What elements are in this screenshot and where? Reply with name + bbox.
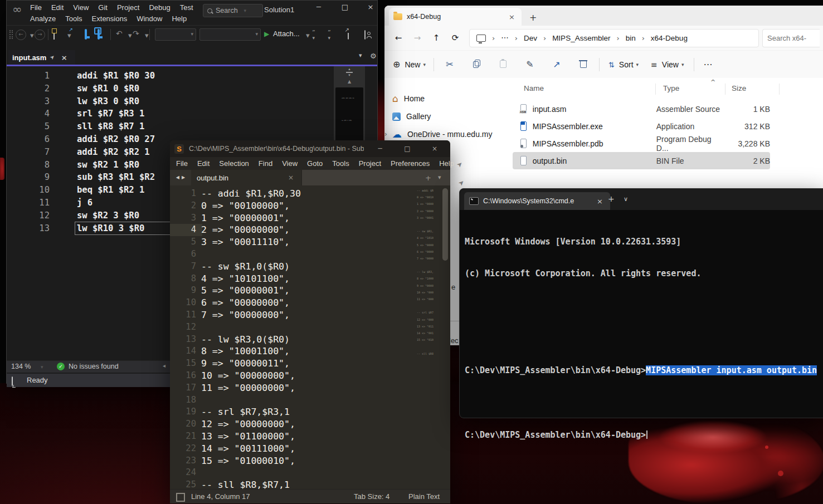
file-row[interactable]: MIPSAssembler.exe Application 312 KB bbox=[513, 118, 770, 135]
chevron-down-icon[interactable]: ▾ bbox=[67, 32, 71, 39]
file-name[interactable]: MIPSAssembler.exe bbox=[533, 122, 656, 131]
maximize-button[interactable]: □ bbox=[337, 3, 353, 11]
share-button[interactable] bbox=[348, 31, 349, 39]
maximize-button[interactable]: □ bbox=[396, 145, 418, 152]
paste-button[interactable] bbox=[490, 60, 517, 70]
menu-item[interactable]: View bbox=[73, 3, 89, 12]
file-name[interactable]: input.asm bbox=[533, 105, 656, 114]
sublime-minimap[interactable]: -- addi $R1,$R0,300 => "00100000",1 => "… bbox=[417, 187, 434, 360]
menu-item[interactable]: Preferences bbox=[391, 159, 430, 168]
column-header-type[interactable]: Type bbox=[663, 84, 679, 92]
breadcrumb-label[interactable]: bin bbox=[626, 34, 636, 42]
chevron-down-icon[interactable]: ▾ bbox=[128, 32, 132, 39]
vs-search-box[interactable]: Search ▾ bbox=[203, 4, 263, 17]
menu-item[interactable]: Edit bbox=[197, 159, 210, 168]
menu-item[interactable]: Project bbox=[359, 159, 381, 168]
refresh-button[interactable]: ⟳ bbox=[446, 34, 465, 42]
menu-item[interactable]: Goto bbox=[307, 159, 323, 168]
chevron-right-icon[interactable]: › bbox=[384, 131, 387, 138]
breadcrumb-label[interactable]: Dev bbox=[524, 34, 537, 42]
minimize-button[interactable]: ─ bbox=[369, 145, 391, 152]
breadcrumb[interactable]: › ⋯ › Dev › MIPS_Assembler › bin › bbox=[469, 29, 759, 47]
nav-control[interactable]: ”▾ bbox=[328, 30, 331, 41]
start-debug-icon[interactable]: ▶ bbox=[264, 31, 269, 37]
new-tab-icon[interactable]: + bbox=[425, 174, 431, 182]
menu-item[interactable]: Edit bbox=[51, 3, 64, 12]
menu-item[interactable]: Test bbox=[180, 3, 193, 12]
menu-item[interactable]: Help bbox=[439, 159, 454, 168]
menu-item[interactable]: Git bbox=[98, 3, 108, 12]
new-tab-button[interactable]: + bbox=[608, 195, 615, 203]
navigate-back-button[interactable]: ← bbox=[16, 30, 26, 40]
close-tab-icon[interactable]: × bbox=[507, 13, 517, 21]
tab-output-bin[interactable]: output.bin × bbox=[191, 170, 302, 185]
copy-button[interactable] bbox=[463, 60, 490, 70]
sort-button[interactable]: ⇅ Sort ▾ bbox=[608, 60, 639, 69]
more-options-button[interactable]: ⋯ bbox=[697, 60, 719, 69]
syntax-mode[interactable]: Plain Text bbox=[408, 492, 440, 501]
chevron-down-icon[interactable]: ▾ bbox=[41, 365, 43, 370]
menu-item[interactable]: View bbox=[282, 159, 298, 168]
sidebar-item-gallery[interactable]: Gallery bbox=[392, 108, 493, 125]
platform-dropdown[interactable]: ▾ bbox=[199, 28, 261, 41]
chevron-down-icon[interactable]: ▾ bbox=[306, 32, 310, 39]
configuration-dropdown[interactable]: ▾ bbox=[155, 28, 196, 41]
close-tab-icon[interactable]: × bbox=[595, 198, 605, 205]
splitter-handle-icon[interactable]: ▴▾ bbox=[334, 67, 365, 77]
share-button[interactable]: ↗ bbox=[543, 60, 570, 69]
sublime-editor[interactable]: 1 -- addi $R1,$R0,30 2 0 => "00100000", … bbox=[170, 185, 450, 489]
menu-item[interactable]: Extensions bbox=[92, 14, 128, 23]
new-button[interactable]: ⊕ New ▾ bbox=[393, 60, 426, 69]
undo-button[interactable]: ↶ bbox=[116, 30, 123, 37]
issues-status[interactable]: No issues found bbox=[69, 363, 119, 370]
menu-item[interactable]: Selection bbox=[219, 159, 249, 168]
minimize-button[interactable]: ─ bbox=[311, 3, 327, 11]
sidebar-item-home[interactable]: ⌂ Home bbox=[392, 90, 493, 107]
column-header-name[interactable]: Name bbox=[524, 84, 544, 92]
close-button[interactable]: × bbox=[423, 145, 446, 152]
save-all-button[interactable] bbox=[98, 30, 100, 38]
redo-button[interactable]: ↷ bbox=[133, 30, 139, 37]
notification-bubble-icon[interactable] bbox=[12, 376, 13, 386]
cut-button[interactable]: ✂ bbox=[436, 60, 463, 69]
breadcrumb-label[interactable]: MIPS_Assembler bbox=[552, 34, 610, 42]
explorer-tab[interactable]: x64-Debug × bbox=[389, 8, 522, 26]
forward-button[interactable]: → bbox=[408, 34, 427, 42]
feedback-button[interactable] bbox=[364, 31, 366, 39]
save-button[interactable] bbox=[85, 30, 87, 38]
chevron-down-icon[interactable]: ▾ bbox=[145, 32, 149, 39]
delete-button[interactable] bbox=[570, 60, 597, 70]
terminal-tab[interactable]: C:\Windows\System32\cmd.e × bbox=[464, 192, 610, 210]
tab-size-setting[interactable]: Tab Size: 4 bbox=[354, 492, 389, 501]
menu-item[interactable]: Help bbox=[172, 14, 187, 23]
zoom-level-dropdown[interactable]: 134 % bbox=[11, 363, 31, 370]
menu-item[interactable]: Analyze bbox=[30, 14, 56, 23]
navigate-forward-button[interactable]: → bbox=[35, 30, 45, 40]
menu-item[interactable]: File bbox=[176, 159, 188, 168]
attach-button[interactable]: Attach... bbox=[273, 30, 300, 38]
close-tab-icon[interactable]: × bbox=[59, 54, 70, 61]
tab-overflow-icon[interactable]: ▾ bbox=[438, 174, 441, 180]
breadcrumb-segment[interactable]: › x64-Debug bbox=[642, 34, 688, 42]
terminal-output[interactable]: Microsoft Windows [Version 10.0.22631.35… bbox=[460, 210, 823, 467]
menu-item[interactable]: Window bbox=[137, 14, 162, 23]
close-button[interactable]: × bbox=[363, 3, 378, 11]
menu-item[interactable]: Project bbox=[117, 3, 139, 12]
menu-item[interactable]: Tools bbox=[65, 14, 82, 23]
menu-item[interactable]: File bbox=[30, 3, 42, 12]
this-pc-icon[interactable] bbox=[476, 35, 486, 42]
menu-item[interactable]: Find bbox=[259, 159, 272, 168]
new-tab-button[interactable]: + bbox=[529, 13, 537, 22]
file-row[interactable]: input.asm Assembler Source 1 KB bbox=[513, 100, 770, 118]
collapsed-crumbs-button[interactable]: ⋯ bbox=[501, 34, 509, 42]
toolbar-grip[interactable] bbox=[9, 30, 13, 39]
new-item-button[interactable] bbox=[53, 31, 55, 39]
rename-button[interactable]: ✎ bbox=[517, 60, 543, 69]
tab-right-icon[interactable]: ▶ bbox=[182, 175, 185, 180]
tab-scroll-buttons[interactable]: ◀ ▶ bbox=[170, 170, 191, 185]
up-button[interactable]: ↑ bbox=[427, 34, 446, 42]
tab-left-icon[interactable]: ◀ bbox=[176, 175, 179, 180]
back-button[interactable]: ← bbox=[389, 34, 408, 42]
menu-item[interactable]: Tools bbox=[332, 159, 349, 168]
breadcrumb-segment[interactable]: › Dev bbox=[515, 34, 537, 42]
